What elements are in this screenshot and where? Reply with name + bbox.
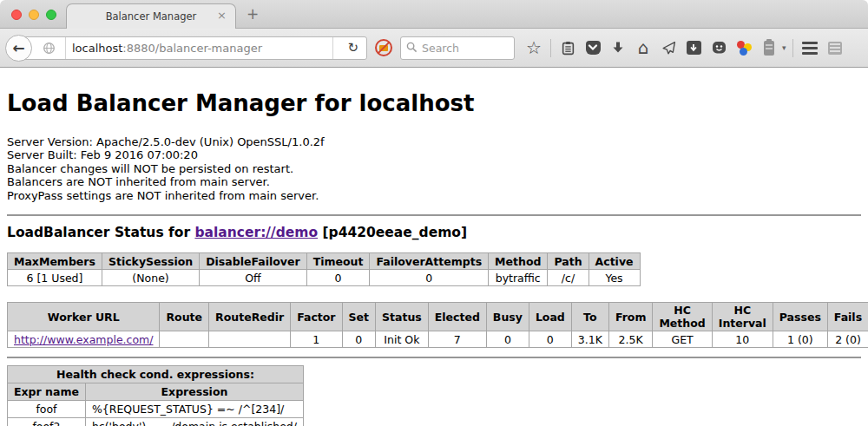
balancer-settings-table: MaxMembers StickySession DisableFailover… [7,252,641,286]
search-icon [406,40,418,56]
tab-title: Balancer Manager [106,10,197,23]
table-row: 6 [1 Used] (None) Off 0 0 bytraffic /c/ … [8,270,641,286]
search-input[interactable] [422,42,509,55]
worker-status-table: Worker URL Route RouteRedir Factor Set S… [7,302,868,348]
toolbar-icons: ☆ ⌂ [523,37,845,58]
downloadhelper-balls-icon[interactable] [733,37,754,58]
plugin-blocked-icon[interactable] [375,39,392,56]
bookmark-star-icon[interactable]: ☆ [523,37,544,58]
page-grid-icon[interactable] [825,37,845,58]
proxypass-note-line: ProxyPass settings are NOT inherited fro… [7,189,861,202]
page-title: Load Balancer Manager for localhost [7,90,861,116]
balancer-status-heading: LoadBalancer Status for balancer://demo … [7,225,861,240]
health-check-table: Health check cond. expressions: Expr nam… [7,365,304,426]
divider [7,214,861,216]
hello-smiley-icon[interactable] [708,37,729,58]
health-table-title: Health check cond. expressions: [8,366,304,383]
navigation-toolbar: ← localhost:8880/balancer-manager ↻ ☆ [0,29,868,68]
video-download-icon[interactable] [683,37,704,58]
close-window-button[interactable] [11,10,22,20]
table-row: foof2 hc('body') =~ /domain is establish… [8,418,304,426]
server-info: Server Version: Apache/2.5.0-dev (Unix) … [7,135,861,202]
browser-window: Balancer Manager × + ← localhost:8880/ba… [0,0,868,426]
urlbar-divider [65,36,66,60]
zoom-window-button[interactable] [46,10,56,20]
persist-note-line: Balancer changes will NOT be persisted o… [7,162,861,175]
url-bar[interactable]: localhost:8880/balancer-manager ↻ [20,36,367,60]
table-row: foof %{REQUEST_STATUS} =~ /^[234]/ [8,401,304,418]
downloads-icon[interactable] [608,37,628,58]
table-header-row: Expr name Expression [8,383,304,401]
back-button[interactable]: ← [5,35,32,62]
url-text[interactable]: localhost:8880/balancer-manager [72,42,326,55]
traffic-lights [11,10,56,20]
urlbar-divider [332,36,333,60]
table-row: http://www.example.com/ 1 0 Init Ok 7 0 … [8,331,868,348]
chevron-down-icon[interactable]: ▾ [782,43,786,52]
tab-close-icon[interactable]: × [217,10,227,21]
table-header-row: MaxMembers StickySession DisableFailover… [8,253,641,270]
worker-url-link[interactable]: http://www.example.com/ [14,333,153,346]
page-content: Load Balancer Manager for localhost Serv… [0,68,868,426]
url-path: :8880/balancer-manager [122,42,262,55]
balancer-demo-link[interactable]: balancer://demo [194,225,318,240]
send-plane-icon[interactable] [658,37,679,58]
pocket-icon[interactable] [582,37,603,58]
search-box[interactable] [400,36,515,60]
table-header-row: Worker URL Route RouteRedir Factor Set S… [8,303,868,331]
server-version-line: Server Version: Apache/2.5.0-dev (Unix) … [7,135,861,148]
bookmarks-clipboard-icon[interactable] [557,37,578,58]
reload-button[interactable]: ↻ [339,40,366,56]
balancers-note-line: Balancers are NOT inherited from main se… [7,175,861,188]
new-tab-button[interactable]: + [247,7,259,22]
table-title-row: Health check cond. expressions: [8,366,304,383]
extension-icon[interactable] [759,37,779,58]
blue-ball [740,48,747,56]
globe-icon [38,37,59,58]
minimize-window-button[interactable] [29,10,39,20]
divider [7,357,861,358]
tab-bar: Balancer Manager × + [0,0,868,29]
server-built-line: Server Built: Feb 9 2016 07:00:20 [7,148,861,161]
url-host: localhost [72,42,122,55]
home-icon[interactable]: ⌂ [633,37,654,58]
menu-hamburger-icon[interactable] [799,37,820,58]
tab-balancer-manager[interactable]: Balancer Manager × [66,3,236,29]
